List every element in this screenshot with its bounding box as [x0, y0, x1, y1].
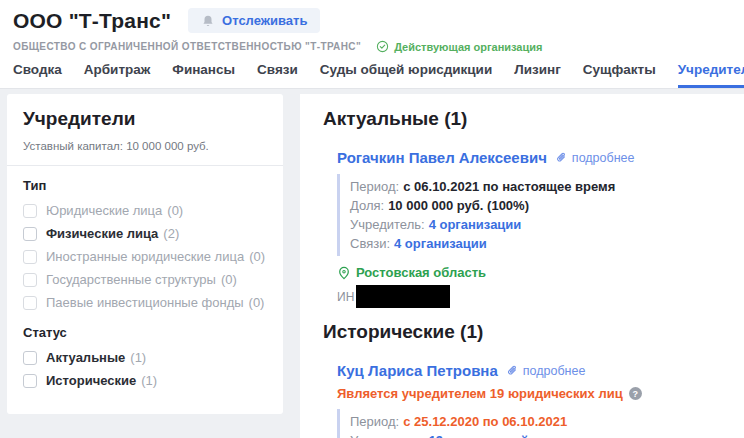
filter-historical[interactable]: Исторические (1): [23, 373, 267, 388]
details-link[interactable]: подробнее: [555, 151, 635, 165]
founder-orgs-link[interactable]: 4 организации: [429, 217, 522, 232]
company-header: ООО "Т-Транс" Отслеживать ОБЩЕСТВО С ОГР…: [0, 0, 744, 89]
redacted-inn-value: [356, 285, 450, 308]
founder-of-row: Учредитель:19 организаций: [350, 431, 726, 438]
region-row-actual: Ростовская область: [337, 265, 726, 280]
filter-state-structures[interactable]: Государственные структуры (0): [23, 272, 267, 287]
location-pin-icon: [337, 266, 351, 280]
founder-info-block-actual: Период:с 06.10.2021 по настоящее время Д…: [337, 174, 726, 256]
checkbox[interactable]: [23, 374, 37, 388]
bell-icon: [201, 14, 215, 28]
founders-panel: Актуальные (1) Рогачкин Павел Алексеевич…: [300, 94, 744, 438]
founder-of-row: Учредитель:4 организации: [350, 215, 726, 234]
tab-bar: Сводка Арбитраж Финансы Связи Суды общей…: [13, 62, 744, 88]
tab-uchrediteli[interactable]: Учредители: [678, 62, 744, 88]
charter-capital: Уставный капитал: 10 000 000 руб.: [23, 140, 267, 152]
founder-name-link[interactable]: Куц Лариса Петровна: [337, 362, 498, 379]
type-filter-heading: Тип: [23, 178, 267, 193]
filter-individuals[interactable]: Физические лица (2): [23, 226, 267, 241]
actual-section-heading: Актуальные (1): [323, 108, 726, 130]
share-row: Доля:10 000 000 руб. (100%): [350, 196, 726, 215]
paperclip-icon: [555, 151, 568, 164]
historical-section-heading: Исторические (1): [323, 321, 726, 343]
filter-investment-funds[interactable]: Паевые инвестиционные фонды (0): [23, 295, 267, 310]
checkbox[interactable]: [23, 250, 37, 264]
period-row: Период:с 25.12.2020 по 06.10.2021: [350, 412, 726, 431]
tab-sudy-obshchey-yurisdiktsii[interactable]: Суды общей юрисдикции: [320, 62, 492, 88]
founder-name-link[interactable]: Рогачкин Павел Алексеевич: [337, 149, 547, 166]
filter-foreign-legal-entities[interactable]: Иностранные юридические лица (0): [23, 249, 267, 264]
company-legal-name: ОБЩЕСТВО С ОГРАНИЧЕННОЙ ОТВЕТСТВЕННОСТЬЮ…: [13, 41, 361, 52]
tab-svyazi[interactable]: Связи: [257, 62, 298, 88]
warning-text: Является учредителем 19 юридических лиц: [337, 386, 623, 401]
tab-arbitrazh[interactable]: Арбитраж: [84, 62, 151, 88]
founder-info-block-historical: Период:с 25.12.2020 по 06.10.2021 Учреди…: [337, 409, 726, 438]
filter-actual[interactable]: Актуальные (1): [23, 350, 267, 365]
inn-row: ИН: [337, 285, 726, 308]
tab-lizing[interactable]: Лизинг: [514, 62, 561, 88]
status-filter-heading: Статус: [23, 325, 267, 340]
divider: [7, 165, 283, 166]
checkbox[interactable]: [23, 296, 37, 310]
checkbox[interactable]: [23, 351, 37, 365]
tab-sushchfakty[interactable]: Сущфакты: [583, 62, 656, 88]
follow-button[interactable]: Отслеживать: [188, 8, 320, 33]
check-circle-icon: [376, 40, 389, 53]
filter-legal-entities[interactable]: Юридические лица (0): [23, 203, 267, 218]
content-area: Учредители Уставный капитал: 10 000 000 …: [0, 89, 744, 438]
info-circle-icon[interactable]: ?: [629, 387, 642, 400]
tab-finansy[interactable]: Финансы: [172, 62, 235, 88]
founder-row-historical: Куц Лариса Петровна подробнее: [337, 362, 726, 379]
founder-row-actual: Рогачкин Павел Алексеевич подробнее: [337, 149, 726, 166]
founder-orgs-link[interactable]: 19 организаций: [429, 433, 529, 438]
sidebar-title: Учредители: [23, 108, 267, 130]
filters-sidebar: Учредители Уставный капитал: 10 000 000 …: [7, 94, 283, 414]
connections-orgs-link[interactable]: 4 организации: [394, 236, 487, 251]
inn-label: ИН: [337, 290, 354, 304]
founder-warning: Является учредителем 19 юридических лиц …: [337, 386, 726, 401]
details-link-label: подробнее: [523, 364, 586, 378]
connections-row: Связи:4 организации: [350, 234, 726, 253]
checkbox[interactable]: [23, 273, 37, 287]
paperclip-icon: [506, 364, 519, 377]
region-label: Ростовская область: [356, 265, 486, 280]
page-title: ООО "Т-Транс": [13, 9, 171, 33]
follow-button-label: Отслеживать: [222, 13, 307, 28]
details-link-label: подробнее: [572, 151, 635, 165]
tab-svodka[interactable]: Сводка: [13, 62, 62, 88]
checkbox[interactable]: [23, 227, 37, 241]
checkbox[interactable]: [23, 204, 37, 218]
status-badge-label: Действующая организация: [394, 41, 542, 53]
page: ООО "Т-Транс" Отслеживать ОБЩЕСТВО С ОГР…: [0, 0, 744, 438]
status-badge: Действующая организация: [376, 40, 542, 53]
details-link[interactable]: подробнее: [506, 364, 586, 378]
period-row: Период:с 06.10.2021 по настоящее время: [350, 177, 726, 196]
